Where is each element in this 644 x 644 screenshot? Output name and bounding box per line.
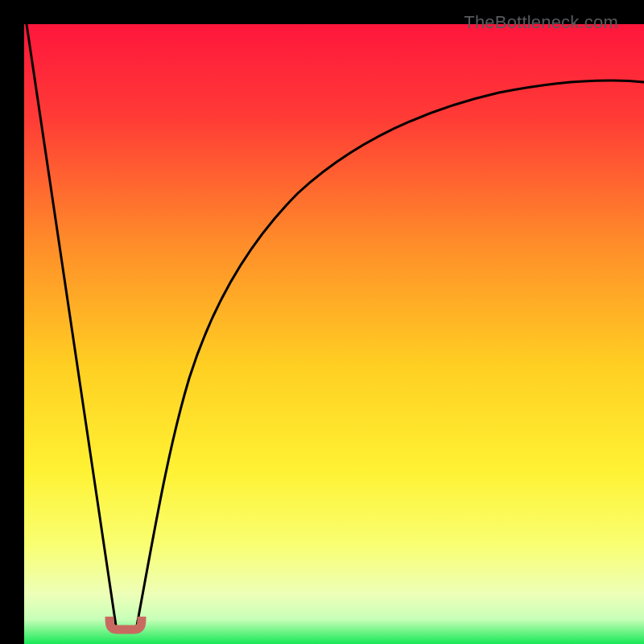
- valley-marker: [105, 617, 147, 634]
- watermark-text: TheBottleneck.com: [464, 12, 618, 33]
- plot-area: [24, 24, 644, 644]
- chart-frame: TheBottleneck.com: [12, 12, 632, 632]
- bottleneck-curve: [24, 24, 644, 644]
